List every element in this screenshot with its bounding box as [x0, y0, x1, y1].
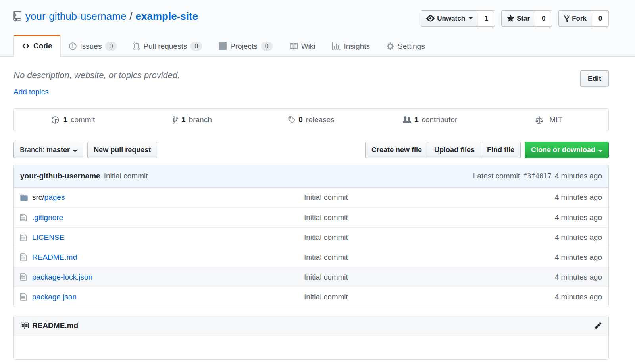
- fork-label: Fork: [572, 15, 587, 23]
- contributors-stat[interactable]: 1 contributor: [371, 109, 490, 131]
- file-age: 4 minutes ago: [503, 233, 602, 242]
- branch-name: master: [46, 146, 70, 154]
- pencil-icon[interactable]: [594, 322, 602, 330]
- star-button[interactable]: Star: [501, 10, 535, 27]
- file-commit-message[interactable]: Initial commit: [304, 273, 348, 281]
- repo-name-link[interactable]: example-site: [136, 10, 198, 23]
- file-row: package.json Initial commit 4 minutes ag…: [14, 287, 608, 307]
- watchers-count[interactable]: 1: [478, 10, 495, 27]
- history-icon: [52, 116, 60, 124]
- gear-icon: [387, 42, 394, 50]
- commit-message-link[interactable]: Initial commit: [104, 172, 148, 180]
- tab-projects-label: Projects: [230, 42, 258, 51]
- file-age: 4 minutes ago: [503, 213, 602, 222]
- contributors-count: 1: [414, 115, 419, 124]
- add-topics-link[interactable]: Add topics: [13, 88, 49, 96]
- license-stat[interactable]: MIT: [489, 109, 608, 131]
- stats-bar: 1 commit 1 branch 0 releases 1 contribut…: [13, 108, 609, 131]
- file-row: LICENSE Initial commit 4 minutes ago: [14, 227, 608, 247]
- breadcrumb-separator: /: [129, 10, 132, 23]
- file-link[interactable]: pages: [44, 193, 65, 201]
- upload-files-button[interactable]: Upload files: [428, 142, 481, 158]
- branch-select-button[interactable]: Branch: master: [13, 142, 83, 158]
- file-link[interactable]: package.json: [32, 293, 77, 301]
- caret-down-icon: [73, 150, 77, 152]
- file-row: src/pages Initial commit 4 minutes ago: [14, 188, 608, 207]
- file-commit-message[interactable]: Initial commit: [304, 233, 348, 241]
- projects-counter: 0: [261, 42, 273, 51]
- tab-insights[interactable]: Insights: [324, 35, 378, 57]
- tab-settings[interactable]: Settings: [378, 35, 433, 57]
- commit-tease: your-github-username Initial commit Late…: [14, 165, 608, 188]
- issue-icon: [69, 42, 77, 50]
- releases-stat[interactable]: 0 releases: [252, 109, 371, 131]
- graph-icon: [332, 42, 341, 50]
- tab-issues-label: Issues: [80, 42, 102, 51]
- folder-path-prefix: src/: [32, 193, 44, 201]
- file-icon: [20, 253, 27, 261]
- clone-or-download-button[interactable]: Clone or download: [525, 142, 609, 158]
- file-icon: [20, 213, 27, 222]
- create-new-file-button[interactable]: Create new file: [365, 142, 428, 158]
- fork-icon: [564, 14, 570, 23]
- star-label: Star: [517, 15, 530, 23]
- unwatch-label: Unwatch: [437, 15, 465, 23]
- eye-icon: [426, 14, 435, 23]
- file-link[interactable]: .gitignore: [32, 213, 63, 222]
- clone-or-download-label: Clone or download: [531, 146, 595, 154]
- file-icon: [20, 293, 27, 301]
- repo-nav: Code Issues 0 Pull requests 0 Projects 0…: [13, 35, 609, 56]
- contributors-label: contributor: [421, 115, 457, 124]
- stargazers-count[interactable]: 0: [535, 10, 552, 27]
- file-row: README.md Initial commit 4 minutes ago: [14, 247, 608, 267]
- license-label: MIT: [549, 115, 562, 124]
- book-icon: [289, 42, 298, 50]
- tab-wiki-label: Wiki: [301, 42, 316, 51]
- tab-pull-requests-label: Pull requests: [143, 42, 187, 51]
- file-commit-message[interactable]: Initial commit: [304, 213, 348, 222]
- repo-description: No description, website, or topics provi…: [13, 70, 180, 80]
- fork-button[interactable]: Fork: [558, 10, 592, 27]
- repo-actions: Unwatch 1 Star 0 Fork: [421, 10, 609, 27]
- branches-count: 1: [181, 115, 186, 124]
- tab-code[interactable]: Code: [13, 35, 61, 57]
- file-commit-message[interactable]: Initial commit: [304, 193, 348, 201]
- unwatch-button[interactable]: Unwatch: [421, 10, 478, 27]
- edit-button[interactable]: Edit: [580, 70, 609, 87]
- readme-section: README.md: [13, 316, 609, 360]
- tab-pull-requests[interactable]: Pull requests 0: [125, 35, 210, 57]
- tag-icon: [288, 116, 295, 124]
- pull-requests-counter: 0: [190, 42, 202, 51]
- new-pull-request-button[interactable]: New pull request: [87, 142, 157, 158]
- tab-insights-label: Insights: [344, 42, 370, 51]
- file-commit-message[interactable]: Initial commit: [304, 253, 348, 261]
- breadcrumb: your-github-username / example-site: [13, 10, 198, 23]
- file-age: 4 minutes ago: [503, 273, 602, 282]
- file-link[interactable]: LICENSE: [32, 233, 64, 241]
- tab-issues[interactable]: Issues 0: [61, 35, 125, 57]
- find-file-button[interactable]: Find file: [481, 142, 521, 158]
- commits-stat[interactable]: 1 commit: [14, 109, 133, 131]
- tab-projects[interactable]: Projects 0: [210, 35, 281, 57]
- commit-sha-link[interactable]: f3f4017: [523, 172, 552, 180]
- commits-label: commit: [71, 115, 95, 124]
- latest-commit-label: Latest commit: [473, 172, 520, 180]
- forks-count[interactable]: 0: [592, 10, 609, 27]
- repo-owner-link[interactable]: your-github-username: [25, 10, 126, 23]
- branches-label: branch: [189, 115, 212, 124]
- issues-counter: 0: [105, 42, 117, 51]
- branch-icon: [173, 116, 178, 124]
- branches-stat[interactable]: 1 branch: [133, 109, 252, 131]
- file-commit-message[interactable]: Initial commit: [304, 293, 348, 301]
- commit-author-link[interactable]: your-github-username: [20, 172, 100, 180]
- file-link[interactable]: package-lock.json: [32, 273, 92, 281]
- tab-wiki[interactable]: Wiki: [281, 35, 324, 57]
- file-icon: [20, 233, 27, 241]
- law-icon: [535, 116, 543, 124]
- commits-count: 1: [63, 115, 67, 124]
- file-icon: [20, 273, 27, 281]
- file-link[interactable]: README.md: [32, 253, 77, 261]
- tab-code-label: Code: [33, 42, 52, 50]
- file-row: .gitignore Initial commit 4 minutes ago: [14, 207, 608, 227]
- files-box: your-github-username Initial commit Late…: [13, 165, 609, 307]
